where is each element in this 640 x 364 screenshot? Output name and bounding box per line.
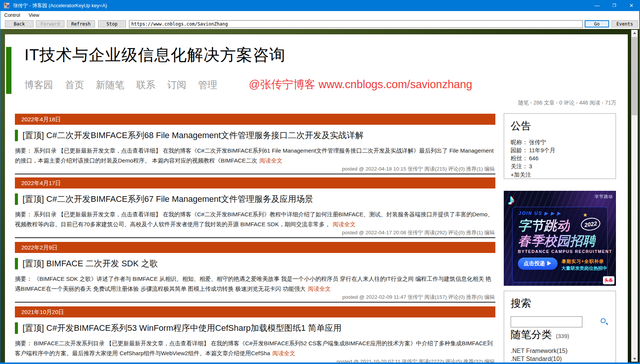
events-button[interactable]: Events bbox=[611, 20, 638, 27]
bytedance-ad-banner[interactable]: ♪ 字节跳动 JOIN US ▶ ▶ ▶ 字节跳动 2022 春季校园招聘 BY… bbox=[504, 191, 616, 286]
announcement-title: 公告 bbox=[511, 119, 616, 133]
ad-headline-2: 春季校园招聘 bbox=[518, 232, 596, 250]
tiktok-note-icon: ♪ bbox=[508, 192, 515, 208]
minimize-icon[interactable]: — bbox=[588, 0, 606, 11]
window-title: 张传宁 - 博客园 (AcceleratorKeyUp key=A) bbox=[13, 2, 107, 9]
announcement-box: 公告 昵称：张传宁 园龄：11年9个月 粉丝：646 关注：3 +加关注 bbox=[504, 113, 616, 179]
category-link-net-standard[interactable]: .NET Standard(10) bbox=[511, 356, 562, 362]
window-border-bottom bbox=[0, 362, 640, 364]
blog-title: IT技术与企业级信息化解决方案咨询 bbox=[24, 44, 285, 66]
nav-contact[interactable]: 联系 bbox=[136, 79, 155, 91]
nav-blogyuan[interactable]: 博客园 bbox=[24, 79, 53, 91]
categories-title: 随笔分类 bbox=[511, 329, 552, 340]
scroll-up-icon[interactable] bbox=[631, 30, 638, 36]
maximize-icon[interactable]: ❐ bbox=[606, 0, 623, 11]
stop-button[interactable]: Stop bbox=[98, 20, 126, 27]
post-title-link[interactable]: [置顶] C#二次开发BIMFACE系列67 File Management文件… bbox=[15, 193, 495, 205]
blog-age-row: 园龄：11年9个月 bbox=[511, 146, 616, 154]
post-meta[interactable]: posted @ 2021-10-20 07:11 张传宁 阅读(2272) 评… bbox=[337, 358, 495, 362]
post-title-link[interactable]: [置顶] C#开发BIMFACE系列53 WinForm程序中使用CefShar… bbox=[15, 322, 495, 334]
ad-join-us: JOIN US ▶ ▶ ▶ bbox=[519, 211, 561, 216]
ad-subline: BYTEDANCE CAMPUS RECRUITMENT bbox=[518, 249, 612, 254]
categories-heading: 随笔分类 (339) bbox=[511, 328, 569, 341]
post-divider bbox=[15, 174, 495, 174]
followers-label: 粉丝： bbox=[511, 154, 529, 162]
post-summary-text: 摘要： 系列目录 【已更新最新开发文章，点击查看详细】 在我的博客《C#二次开发… bbox=[15, 147, 493, 164]
read-more-link[interactable]: 阅读全文 bbox=[260, 157, 282, 164]
menubar: Control View bbox=[0, 11, 640, 19]
go-button[interactable]: Go bbox=[585, 20, 609, 27]
search-title: 搜索 bbox=[511, 296, 616, 310]
ad-promo-line-2: 大量研发类岗位热招中 bbox=[561, 265, 607, 272]
forward-button[interactable]: Forward bbox=[36, 20, 64, 27]
blog-nav: 博客园 首页 新随笔 联系 订阅 管理 @张传宁博客 www.cnblogs.c… bbox=[24, 77, 472, 92]
app-icon bbox=[4, 3, 10, 8]
post-item: 2021年10月20日 [置顶] C#开发BIMFACE系列53 WinForm… bbox=[15, 306, 495, 362]
followers-value: 646 bbox=[529, 155, 538, 161]
categories-list: .NET Framework(15) .NET Standard(10) bbox=[511, 347, 567, 362]
post-item: 2022年2月9日 [置顶] BIMFACE 二次开发 SDK 之歌 摘要： 《… bbox=[15, 242, 495, 306]
bytedance-logo: 字节跳动 bbox=[595, 194, 613, 200]
header-green-bar bbox=[6, 47, 11, 94]
post-summary-text: 摘要： 《BIMFACE SDK 之歌》讲述了作者与 BIMFACE 从相识、相… bbox=[15, 275, 491, 292]
menu-view[interactable]: View bbox=[24, 12, 44, 18]
categories-count: (339) bbox=[556, 333, 569, 339]
read-more-link[interactable]: 阅读全文 bbox=[308, 285, 331, 292]
post-meta[interactable]: posted @ 2022-02-09 11:47 张传宁 阅读(157) 评论… bbox=[342, 294, 495, 301]
post-divider bbox=[15, 302, 495, 303]
search-box: 搜索 随笔分类 (339) .NET Framework(15) .NET St… bbox=[504, 291, 616, 362]
post-meta[interactable]: posted @ 2022-04-17 20:08 张传宁 阅读(292) 评论… bbox=[342, 229, 495, 236]
blog-age-label: 园龄： bbox=[511, 146, 529, 154]
follow-link[interactable]: +加关注 bbox=[511, 171, 616, 179]
nav-home[interactable]: 首页 bbox=[65, 79, 84, 91]
read-more-link[interactable]: 阅读全文 bbox=[333, 221, 356, 227]
post-summary-text: 摘要： 系列目录 【已更新最新开发文章，点击查看详细】 在我的博客《C#二次开发… bbox=[15, 211, 493, 227]
close-icon[interactable]: ✕ bbox=[623, 0, 640, 11]
app-window: 张传宁 - 博客园 (AcceleratorKeyUp key=A) — ❐ ✕… bbox=[0, 0, 640, 364]
back-button[interactable]: Back bbox=[5, 20, 34, 27]
vertical-scrollbar[interactable] bbox=[631, 30, 638, 362]
ad-apply-button[interactable]: 点击投递 ▶ bbox=[518, 258, 558, 270]
nav-new-post[interactable]: 新随笔 bbox=[96, 79, 124, 91]
post-summary: 摘要： BIMFACE二次开发系列目录 【已更新最新开发文章，点击查看详细】 在… bbox=[15, 338, 495, 358]
refresh-button[interactable]: Refresh bbox=[67, 20, 95, 27]
ad-promo-line-1: 暑期实习+全职补录 bbox=[561, 258, 604, 265]
announcement-rows: 昵称：张传宁 园龄：11年9个月 粉丝：646 关注：3 bbox=[511, 138, 616, 170]
post-meta[interactable]: posted @ 2022-04-18 10:15 张传宁 阅读(215) 评论… bbox=[342, 166, 495, 172]
nav-manage[interactable]: 管理 bbox=[198, 79, 217, 91]
nickname-row: 昵称：张传宁 bbox=[511, 138, 616, 146]
window-border-left bbox=[0, 11, 0, 364]
category-link-net-framework[interactable]: .NET Framework(15) bbox=[511, 348, 567, 354]
nickname-value: 张传宁 bbox=[529, 139, 546, 145]
read-more-link[interactable]: 阅读全文 bbox=[272, 350, 295, 356]
nickname-label: 昵称： bbox=[511, 138, 529, 146]
post-item: 2022年4月18日 [置顶] C#二次开发BIMFACE系列68 File M… bbox=[15, 114, 495, 178]
post-summary: 摘要： 《BIMFACE SDK 之歌》讲述了作者与 BIMFACE 从相识、相… bbox=[15, 274, 495, 294]
followers-row: 粉丝：646 bbox=[511, 154, 616, 162]
blog-watermark: @张传宁博客 www.cnblogs.com/savionzhang bbox=[249, 77, 472, 92]
nav-subscribe[interactable]: 订阅 bbox=[167, 79, 186, 91]
post-divider bbox=[15, 237, 495, 238]
titlebar: 张传宁 - 博客园 (AcceleratorKeyUp key=A) — ❐ ✕ bbox=[0, 0, 640, 11]
following-value: 3 bbox=[529, 163, 532, 169]
toutiao-logo: 头条 bbox=[603, 276, 614, 284]
menu-control[interactable]: Control bbox=[0, 12, 24, 18]
scroll-down-icon[interactable] bbox=[631, 356, 638, 362]
search-icon[interactable] bbox=[600, 318, 609, 326]
blog-age-value: 11年9个月 bbox=[529, 147, 555, 153]
post-date-bar: 2022年4月17日 bbox=[15, 177, 495, 188]
post-title-link[interactable]: [置顶] BIMFACE 二次开发 SDK 之歌 bbox=[15, 258, 495, 269]
post-date-bar: 2022年2月9日 bbox=[15, 242, 495, 253]
scrollbar-thumb[interactable] bbox=[632, 37, 637, 115]
ad-inner-panel: JOIN US ▶ ▶ ▶ 字节跳动 2022 春季校园招聘 BYTEDANCE… bbox=[512, 207, 608, 282]
post-summary: 摘要： 系列目录 【已更新最新开发文章，点击查看详细】 在我的博客《C#二次开发… bbox=[15, 146, 495, 166]
browser-toolbar: Back Forward Refresh Stop Go Events bbox=[0, 19, 640, 29]
post-summary-text: 摘要： BIMFACE二次开发系列目录 【已更新最新开发文章，点击查看详细】 在… bbox=[15, 340, 493, 356]
search-input[interactable] bbox=[511, 316, 582, 327]
post-title-link[interactable]: [置顶] C#二次开发BIMFACE系列68 File Management文件… bbox=[15, 130, 495, 141]
post-summary: 摘要： 系列目录 【已更新最新开发文章，点击查看详细】 在我的博客《C#二次开发… bbox=[15, 209, 495, 229]
post-date-bar: 2021年10月20日 bbox=[15, 306, 495, 317]
blog-page: IT技术与企业级信息化解决方案咨询 博客园 首页 新随笔 联系 订阅 管理 @张… bbox=[5, 34, 628, 362]
url-input[interactable] bbox=[129, 20, 583, 28]
post-date-bar: 2022年4月18日 bbox=[15, 114, 495, 125]
